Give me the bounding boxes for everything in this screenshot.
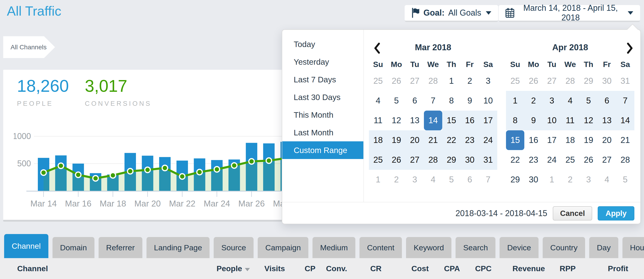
day-cell-9[interactable]: 9	[460, 91, 479, 111]
conversions-point-mar-27[interactable]	[266, 158, 272, 163]
cancel-button[interactable]: Cancel	[553, 206, 592, 220]
tab-search[interactable]: Search	[456, 237, 496, 258]
preset-custom-range[interactable]: Custom Range	[282, 141, 364, 159]
preset-last-30-days[interactable]: Last 30 Days	[282, 88, 364, 106]
day-cell-20[interactable]: 20	[598, 130, 616, 150]
column-header-conv-[interactable]: Conv.	[316, 264, 347, 273]
day-cell-26[interactable]: 26	[387, 71, 406, 91]
day-cell-9[interactable]: 9	[524, 111, 543, 130]
day-cell-28[interactable]: 28	[616, 150, 634, 170]
tab-domain[interactable]: Domain	[52, 237, 94, 258]
day-cell-4[interactable]: 4	[598, 170, 616, 189]
column-header-cost[interactable]: Cost	[382, 264, 429, 273]
day-cell-7[interactable]: 7	[424, 91, 442, 111]
day-cell-27[interactable]: 27	[406, 150, 424, 170]
day-cell-3[interactable]: 3	[479, 71, 497, 91]
day-cell-4[interactable]: 4	[369, 91, 387, 111]
day-cell-8[interactable]: 8	[442, 91, 460, 111]
day-cell-18[interactable]: 18	[369, 130, 387, 150]
day-cell-2[interactable]: 2	[561, 170, 579, 189]
conversions-point-mar-26[interactable]	[249, 159, 254, 164]
day-cell-11[interactable]: 11	[369, 111, 387, 130]
column-header-cpc[interactable]: CPC	[460, 264, 492, 273]
day-cell-29[interactable]: 29	[506, 170, 524, 189]
day-cell-1[interactable]: 1	[506, 91, 524, 111]
day-cell-8[interactable]: 8	[506, 111, 524, 130]
day-cell-15-selected[interactable]: 15	[506, 130, 524, 150]
day-cell-1[interactable]: 1	[543, 170, 561, 189]
date-range-dropdown[interactable]: March 14, 2018 - April 15, 2018	[499, 5, 640, 22]
column-header-cpa[interactable]: CPA	[429, 264, 460, 273]
day-cell-21[interactable]: 21	[424, 130, 442, 150]
conversions-point-mar-15[interactable]	[58, 163, 64, 169]
day-cell-30[interactable]: 30	[524, 170, 543, 189]
day-cell-1[interactable]: 1	[442, 71, 460, 91]
day-cell-28[interactable]: 28	[424, 150, 442, 170]
conversions-point-mar-17[interactable]	[93, 175, 98, 181]
day-cell-16[interactable]: 16	[460, 111, 479, 130]
conversions-point-mar-14[interactable]	[41, 170, 46, 175]
day-cell-27[interactable]: 27	[543, 71, 561, 91]
day-cell-28[interactable]: 28	[424, 71, 442, 91]
column-header-profit[interactable]: Profit	[576, 264, 628, 273]
tab-hour[interactable]: Hour	[622, 237, 644, 258]
conversions-point-mar-25[interactable]	[232, 163, 237, 168]
day-cell-13[interactable]: 13	[406, 111, 424, 130]
breadcrumb-all-channels[interactable]: All Channels	[3, 36, 55, 58]
column-header-channel[interactable]: Channel	[0, 264, 197, 273]
day-cell-10[interactable]: 10	[543, 111, 561, 130]
day-cell-6[interactable]: 6	[406, 91, 424, 111]
day-cell-14-selected[interactable]: 14	[424, 111, 442, 130]
day-cell-5[interactable]: 5	[442, 170, 460, 189]
day-cell-12[interactable]: 12	[579, 111, 598, 130]
conversions-point-mar-22[interactable]	[180, 174, 185, 179]
day-cell-28[interactable]: 28	[561, 71, 579, 91]
column-header-cp[interactable]: CP	[285, 264, 316, 273]
day-cell-23[interactable]: 23	[460, 130, 479, 150]
tab-campaign[interactable]: Campaign	[258, 237, 308, 258]
day-cell-17[interactable]: 17	[543, 130, 561, 150]
day-cell-27[interactable]: 27	[598, 150, 616, 170]
day-cell-5[interactable]: 5	[387, 91, 406, 111]
column-header-people[interactable]: People	[197, 264, 250, 273]
day-cell-4[interactable]: 4	[424, 170, 442, 189]
conversions-point-mar-23[interactable]	[197, 169, 202, 175]
tab-content[interactable]: Content	[360, 237, 402, 258]
preset-last-month[interactable]: Last Month	[282, 124, 364, 141]
tab-keyword[interactable]: Keyword	[406, 237, 452, 258]
column-header-cr[interactable]: CR	[347, 264, 382, 273]
day-cell-26[interactable]: 26	[579, 150, 598, 170]
day-cell-25[interactable]: 25	[369, 150, 387, 170]
apply-button[interactable]: Apply	[598, 206, 634, 220]
tab-device[interactable]: Device	[500, 237, 538, 258]
conversions-point-mar-18[interactable]	[110, 173, 116, 178]
tab-channel[interactable]: Channel	[4, 234, 48, 258]
goal-dropdown[interactable]: Goal: All Goals	[405, 5, 498, 22]
day-cell-19[interactable]: 19	[579, 130, 598, 150]
day-cell-25[interactable]: 25	[506, 71, 524, 91]
day-cell-6[interactable]: 6	[598, 91, 616, 111]
day-cell-22[interactable]: 22	[442, 130, 460, 150]
day-cell-7[interactable]: 7	[616, 91, 634, 111]
conversions-point-mar-20[interactable]	[145, 167, 150, 173]
tab-landing-page[interactable]: Landing Page	[146, 237, 210, 258]
day-cell-31[interactable]: 31	[479, 150, 497, 170]
day-cell-14[interactable]: 14	[616, 111, 634, 130]
day-cell-2[interactable]: 2	[387, 170, 406, 189]
preset-yesterday[interactable]: Yesterday	[282, 53, 364, 71]
day-cell-22[interactable]: 22	[506, 150, 524, 170]
day-cell-13[interactable]: 13	[598, 111, 616, 130]
tab-country[interactable]: Country	[543, 237, 585, 258]
day-cell-2[interactable]: 2	[460, 71, 479, 91]
day-cell-12[interactable]: 12	[387, 111, 406, 130]
day-cell-30[interactable]: 30	[598, 71, 616, 91]
day-cell-1[interactable]: 1	[369, 170, 387, 189]
day-cell-6[interactable]: 6	[460, 170, 479, 189]
day-cell-18[interactable]: 18	[561, 130, 579, 150]
day-cell-25[interactable]: 25	[369, 71, 387, 91]
day-cell-4[interactable]: 4	[561, 91, 579, 111]
day-cell-3[interactable]: 3	[406, 170, 424, 189]
day-cell-23[interactable]: 23	[524, 150, 543, 170]
day-cell-5[interactable]: 5	[579, 91, 598, 111]
day-cell-27[interactable]: 27	[406, 71, 424, 91]
